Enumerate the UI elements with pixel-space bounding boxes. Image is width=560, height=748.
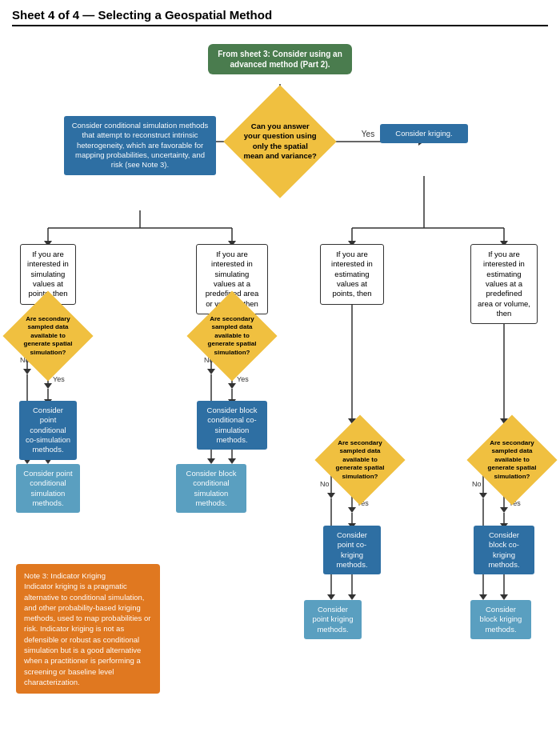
block-kriging-box: Consider block kriging methods. [470, 600, 531, 639]
svg-text:Yes: Yes [362, 130, 374, 138]
if-est-area-box: If you are interested in estimating valu… [470, 244, 538, 324]
block-sim-box: Consider block conditional simulation me… [176, 464, 246, 513]
svg-marker-76 [348, 594, 356, 600]
q2-diamond: Are secondary sampled data available to … [8, 300, 88, 372]
start-node: From sheet 3: Consider using an advanced… [208, 44, 352, 74]
svg-marker-36 [44, 383, 52, 389]
if-est-points-box: If you are interested in estimating valu… [320, 244, 384, 305]
svg-marker-78 [500, 594, 508, 600]
note-body: Indicator kriging is a pragmatic alterna… [24, 581, 152, 687]
svg-marker-50 [207, 458, 215, 464]
point-cokriging-box: Consider point co-kriging methods. [323, 526, 381, 574]
left-cond-sim-box: Consider conditional simulation methods … [64, 116, 216, 175]
point-cosim-box: Consider point conditional co-simulation… [19, 401, 77, 460]
svg-marker-74 [479, 594, 487, 600]
page-title: Sheet 4 of 4 — Selecting a Geospatial Me… [12, 8, 548, 26]
point-kriging-box: Consider point kriging methods. [304, 600, 362, 639]
note-title: Note 3: Indicator Kriging [24, 570, 152, 581]
q1-diamond: Can you answer your question using only … [216, 102, 344, 182]
flowchart: No Yes [16, 36, 544, 732]
q3-diamond: Are secondary sampled data available to … [192, 300, 272, 372]
q4-diamond: Are secondary sampled data available to … [320, 424, 400, 496]
point-sim-box: Consider point conditional simulation me… [16, 464, 80, 513]
svg-marker-60 [348, 507, 356, 513]
svg-marker-72 [327, 594, 335, 600]
svg-marker-54 [228, 458, 236, 464]
svg-text:Yes: Yes [53, 375, 65, 383]
right-kriging-box: Consider kriging. [380, 124, 468, 143]
note-box: Note 3: Indicator Kriging Indicator krig… [16, 564, 160, 694]
svg-marker-42 [228, 383, 236, 389]
q5-diamond: Are secondary sampled data available to … [472, 424, 552, 496]
block-cokriging-box: Consider block co-kriging methods. [474, 526, 534, 574]
block-cosim-box: Consider block conditional co-simulation… [197, 401, 267, 450]
svg-marker-66 [500, 507, 508, 513]
svg-text:Yes: Yes [237, 375, 249, 383]
